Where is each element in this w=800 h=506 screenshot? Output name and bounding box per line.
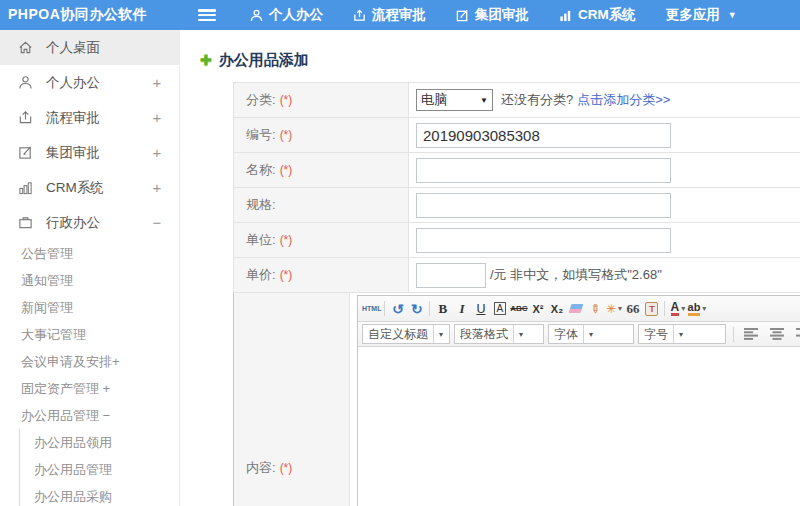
highlight-color-button[interactable]: ab▾ (687, 299, 706, 319)
required-marker: (*) (280, 233, 293, 247)
redo-button[interactable]: ↻ (407, 299, 426, 319)
nav-crm-system[interactable]: CRM系统 (559, 6, 636, 24)
bar-chart-icon (18, 180, 35, 195)
form-row-unit: 单位: (*) (233, 223, 800, 258)
category-hint: 还没有分类? (501, 91, 573, 109)
align-right-button[interactable] (793, 324, 800, 344)
sidebar-item-crm-system[interactable]: CRM系统 + (0, 170, 179, 205)
sidebar-item-personal-office[interactable]: 个人办公 + (0, 65, 179, 100)
page-title-text: 办公用品添加 (219, 51, 309, 70)
expand-plus[interactable]: + (151, 179, 163, 196)
auto-typeset-button[interactable]: ✳▾ (604, 299, 623, 319)
sidebar-item-workflow-approval[interactable]: 流程审批 + (0, 100, 179, 135)
underline-button[interactable]: U (471, 299, 490, 319)
sidebar-item-supplies-manage[interactable]: 办公用品管理 (20, 456, 179, 483)
strikethrough-button[interactable]: ABC (509, 299, 528, 319)
sidebar-item-events-mgmt[interactable]: 大事记管理 (0, 321, 179, 348)
subscript-button[interactable]: X₂ (547, 299, 566, 319)
form-row-content: 内容: (*) HTML ↺ ↻ B I U A ABC (233, 293, 800, 506)
required-marker: (*) (280, 93, 293, 107)
paragraph-format-select[interactable]: 段落格式 ▾ (454, 324, 544, 344)
form-row-code: 编号: (*) (233, 118, 800, 153)
sidebar-item-notice-mgmt[interactable]: 通知管理 (0, 267, 179, 294)
required-marker: (*) (280, 163, 293, 177)
form-row-price: 单价: (*) /元 非中文，如填写格式"2.68" (233, 258, 800, 293)
align-left-button[interactable] (741, 324, 760, 344)
editor-content-area[interactable] (358, 347, 800, 506)
sidebar-item-office-supplies-mgmt[interactable]: 办公用品管理 − (0, 402, 179, 429)
font-color-button[interactable]: A▾ (668, 299, 687, 319)
nav-workflow-approval[interactable]: 流程审批 (353, 6, 426, 24)
admin-office-submenu: 公告管理 通知管理 新闻管理 大事记管理 会议申请及安排+ 固定资产管理 + 办… (0, 240, 179, 506)
sidebar: 个人桌面 个人办公 + 流程审批 + 集团审批 + CRM系统 + 行政办公 − (0, 30, 180, 506)
align-center-button[interactable] (767, 324, 786, 344)
sidebar-item-admin-office[interactable]: 行政办公 − (0, 205, 179, 240)
sidebar-item-supplies-purchase[interactable]: 办公用品采购 (20, 483, 179, 506)
page-title: ✚ 办公用品添加 (180, 30, 800, 72)
hamburger-menu-icon[interactable] (198, 9, 216, 21)
expand-plus[interactable]: + (151, 74, 163, 91)
nav-personal-office[interactable]: 个人办公 (250, 6, 323, 24)
rich-text-editor: HTML ↺ ↻ B I U A ABC X² X₂ ✏ (357, 295, 800, 506)
sidebar-item-fixed-assets-mgmt[interactable]: 固定资产管理 + (0, 375, 179, 402)
form-row-category: 分类: (*) 电脑 ▼ 还没有分类? 点击添加分类>> (233, 83, 800, 118)
clipboard-icon: T (645, 302, 658, 316)
remove-format-button[interactable] (566, 299, 585, 319)
italic-button[interactable]: I (452, 299, 471, 319)
top-nav: 个人办公 流程审批 集团审批 CRM系统 更多应用 ▼ (250, 6, 767, 24)
supply-add-form: 分类: (*) 电脑 ▼ 还没有分类? 点击添加分类>> 编号: (*) (233, 82, 800, 506)
nav-group-approval[interactable]: 集团审批 (456, 6, 529, 24)
app-logo: PHPOA协同办公软件 (0, 6, 180, 24)
blockquote-button[interactable]: 66 (623, 299, 642, 319)
expand-plus[interactable]: + (151, 109, 163, 126)
html-source-button[interactable]: HTML (362, 299, 381, 319)
font-family-select[interactable]: 字体 ▾ (548, 324, 634, 344)
collapse-minus[interactable]: − (151, 214, 163, 231)
share-icon (353, 9, 366, 22)
font-border-button[interactable]: A (494, 302, 507, 315)
sidebar-item-announcement-mgmt[interactable]: 公告管理 (0, 240, 179, 267)
name-input[interactable] (416, 158, 671, 183)
nav-more-apps[interactable]: 更多应用 ▼ (666, 6, 737, 24)
price-input[interactable] (416, 263, 486, 288)
code-input[interactable] (416, 123, 671, 148)
sidebar-item-meeting-request[interactable]: 会议申请及安排+ (0, 348, 179, 375)
caret-down-icon: ▾ (681, 304, 685, 313)
name-label: 名称: (246, 161, 276, 179)
spec-label: 规格: (246, 196, 276, 214)
editor-toolbar-row1: HTML ↺ ↻ B I U A ABC X² X₂ ✏ (358, 296, 800, 322)
edit-icon (18, 145, 35, 160)
paste-as-text-button[interactable]: T (642, 299, 661, 319)
category-select[interactable]: 电脑 ▼ (416, 89, 493, 111)
font-color-icon: A (671, 301, 680, 316)
format-painter-button[interactable]: ✏ (585, 299, 604, 319)
sidebar-item-news-mgmt[interactable]: 新闻管理 (0, 294, 179, 321)
user-icon (18, 75, 35, 90)
sidebar-item-group-approval[interactable]: 集团审批 + (0, 135, 179, 170)
required-marker: (*) (280, 461, 293, 475)
price-label: 单价: (246, 266, 276, 284)
sidebar-item-personal-desktop[interactable]: 个人桌面 (0, 30, 179, 65)
unit-input[interactable] (416, 228, 671, 253)
spec-input[interactable] (416, 193, 671, 218)
caret-down-icon: ▾ (583, 325, 598, 343)
bold-button[interactable]: B (433, 299, 452, 319)
edit-icon (456, 9, 469, 22)
undo-button[interactable]: ↺ (388, 299, 407, 319)
add-category-link[interactable]: 点击添加分类>> (577, 91, 670, 109)
caret-down-icon: ▾ (673, 325, 688, 343)
expand-plus[interactable]: + (151, 144, 163, 161)
form-row-name: 名称: (*) (233, 153, 800, 188)
eraser-icon (568, 304, 583, 313)
code-label: 编号: (246, 126, 276, 144)
caret-down-icon: ▾ (433, 325, 448, 343)
editor-toolbar-row2: 自定义标题 ▾ 段落格式 ▾ 字体 ▾ 字号 ▾ (358, 322, 800, 347)
sidebar-item-supplies-claim[interactable]: 办公用品领用 (20, 429, 179, 456)
superscript-button[interactable]: X² (528, 299, 547, 319)
share-icon (18, 110, 35, 125)
unit-label: 单位: (246, 231, 276, 249)
select-caret-icon: ▼ (480, 96, 488, 105)
bar-chart-icon (559, 9, 572, 22)
heading-select[interactable]: 自定义标题 ▾ (362, 324, 450, 344)
font-size-select[interactable]: 字号 ▾ (638, 324, 726, 344)
